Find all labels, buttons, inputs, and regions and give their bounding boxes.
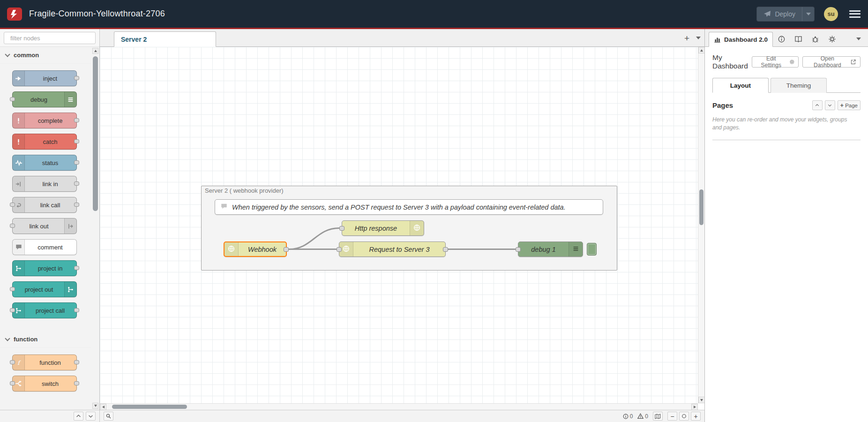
canvas-vertical-scrollbar[interactable] xyxy=(698,47,704,403)
node-input-port[interactable] xyxy=(10,224,15,228)
palette-node-debug[interactable]: debug xyxy=(12,91,77,107)
node-input-port[interactable] xyxy=(10,381,15,385)
node-input-port[interactable] xyxy=(10,97,15,101)
palette-category-common[interactable]: common xyxy=(0,47,91,64)
node-http-response[interactable]: Http response xyxy=(342,220,424,236)
tab-dashboard-2[interactable]: Dashboard 2.0 xyxy=(709,32,773,47)
node-label: Webhook xyxy=(239,246,286,253)
scroll-left-button[interactable] xyxy=(100,404,106,410)
palette-node-project-out[interactable]: project out xyxy=(12,281,77,297)
dashboard-tabs: Layout Theming xyxy=(712,78,861,93)
pages-heading: Pages xyxy=(712,101,810,109)
canvas-horizontal-scrollbar[interactable] xyxy=(100,403,698,410)
node-webhook[interactable]: Webhook xyxy=(224,241,287,257)
node-label: Request to Server 3 xyxy=(353,246,445,253)
search-flows-button[interactable] xyxy=(104,412,113,421)
palette-node-link-in[interactable]: link in xyxy=(12,176,77,192)
node-output-port[interactable] xyxy=(74,360,79,364)
node-input-port[interactable] xyxy=(337,247,342,252)
node-input-port[interactable] xyxy=(10,287,15,291)
add-page-button[interactable]: +Page xyxy=(838,100,861,110)
add-flow-button[interactable]: + xyxy=(684,34,689,43)
palette-node-function[interactable]: ffunction xyxy=(12,354,77,370)
scroll-up-button[interactable] xyxy=(698,47,704,53)
flow-tab-server-2[interactable]: Server 2 xyxy=(114,31,216,47)
flow-canvas[interactable]: Server 2 ( webhook provider) When trigge… xyxy=(100,47,698,403)
palette-node-inject[interactable]: inject xyxy=(12,70,77,86)
node-output-port[interactable] xyxy=(74,160,79,165)
expand-categories-button[interactable] xyxy=(86,412,96,421)
svg-text:f: f xyxy=(17,360,21,366)
node-output-port[interactable] xyxy=(284,247,289,252)
chevron-down-icon xyxy=(856,38,861,40)
palette-node-project-in[interactable]: project in xyxy=(12,260,77,276)
user-avatar[interactable]: su xyxy=(824,7,838,21)
scrollbar-thumb[interactable] xyxy=(93,56,98,211)
globe-icon xyxy=(410,221,424,235)
flow-list-caret[interactable] xyxy=(696,37,701,39)
chevron-up-icon xyxy=(815,103,819,107)
scroll-right-button[interactable] xyxy=(691,404,698,410)
tab-debug-messages[interactable] xyxy=(807,31,823,46)
palette-footer xyxy=(0,410,99,422)
palette-node-complete[interactable]: complete xyxy=(12,113,77,128)
tab-layout[interactable]: Layout xyxy=(712,78,769,93)
scrollbar-thumb[interactable] xyxy=(699,189,703,225)
node-input-port[interactable] xyxy=(10,203,15,207)
palette-node-comment[interactable]: comment xyxy=(12,239,77,255)
node-request-to-server-3[interactable]: Request to Server 3 xyxy=(339,241,446,257)
main-menu-button[interactable] xyxy=(849,10,861,18)
tab-config-nodes[interactable] xyxy=(823,31,840,46)
link-out-icon xyxy=(64,219,76,234)
node-output-port[interactable] xyxy=(74,139,79,143)
node-output-port[interactable] xyxy=(443,247,448,252)
palette-scrollbar[interactable] xyxy=(92,48,98,409)
deploy-button[interactable]: Deploy xyxy=(756,7,815,22)
node-output-port[interactable] xyxy=(74,308,79,312)
sidebar-menu-caret[interactable] xyxy=(853,31,864,46)
node-output-port[interactable] xyxy=(74,381,79,385)
filter-nodes-input[interactable] xyxy=(10,35,93,42)
deploy-label: Deploy xyxy=(775,10,795,18)
move-page-up-button[interactable] xyxy=(812,100,823,110)
deploy-options-caret[interactable] xyxy=(802,7,814,21)
palette-node-link-out[interactable]: link out xyxy=(12,218,77,234)
node-debug-1[interactable]: debug 1 xyxy=(518,241,583,257)
palette-node-project-call[interactable]: project call xyxy=(12,302,77,318)
node-output-port[interactable] xyxy=(74,266,79,270)
node-input-port[interactable] xyxy=(10,360,15,364)
node-output-port[interactable] xyxy=(74,181,79,186)
scroll-down-button[interactable] xyxy=(698,397,704,403)
debug-toggle-button[interactable] xyxy=(587,243,597,256)
node-output-port[interactable] xyxy=(74,118,79,122)
zoom-in-button[interactable]: + xyxy=(691,412,701,421)
node-input-port[interactable] xyxy=(10,308,15,312)
palette-category-function[interactable]: function xyxy=(0,331,91,348)
comment-node[interactable]: When triggered by the sensors, send a PO… xyxy=(215,199,603,215)
chevron-down-icon xyxy=(5,52,10,57)
node-input-port[interactable] xyxy=(339,226,344,231)
zoom-reset-button[interactable] xyxy=(679,412,689,421)
collapse-categories-button[interactable] xyxy=(74,412,83,421)
tab-info[interactable] xyxy=(773,31,790,46)
palette-node-catch[interactable]: catch xyxy=(12,134,77,150)
move-page-down-button[interactable] xyxy=(825,100,835,110)
node-input-port[interactable] xyxy=(516,247,521,252)
palette-node-status[interactable]: status xyxy=(12,155,77,171)
scrollbar-thumb[interactable] xyxy=(112,405,187,409)
open-dashboard-button[interactable]: Open Dashboard xyxy=(802,56,861,68)
node-output-port[interactable] xyxy=(74,203,79,207)
edit-settings-button[interactable]: Edit Settings xyxy=(752,56,799,68)
tab-theming[interactable]: Theming xyxy=(771,78,827,93)
zoom-out-button[interactable]: − xyxy=(667,412,677,421)
link-in-icon xyxy=(13,176,25,191)
palette-node-switch[interactable]: switch xyxy=(12,376,77,392)
toggle-navigator-button[interactable] xyxy=(653,412,663,421)
scroll-down-button[interactable] xyxy=(92,403,98,409)
tab-help[interactable] xyxy=(790,31,807,46)
scroll-up-button[interactable] xyxy=(92,48,98,54)
right-sidebar: Dashboard 2.0 My Dashboard Edit Settings xyxy=(704,29,868,422)
warning-count: 0 xyxy=(637,413,648,420)
node-output-port[interactable] xyxy=(74,76,79,80)
palette-node-link-call[interactable]: link call xyxy=(12,197,77,213)
